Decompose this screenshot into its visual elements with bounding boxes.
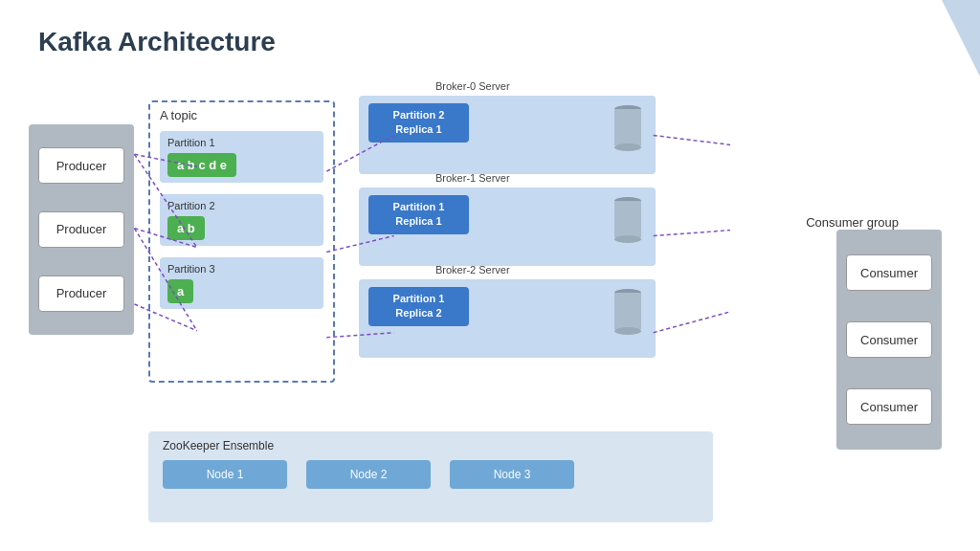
partition-1-title: Partition 1	[167, 137, 316, 148]
zookeeper-nodes: Node 1 Node 2 Node 3	[163, 460, 699, 489]
producer-2: Producer	[38, 211, 124, 248]
broker-2-cylinder	[614, 289, 641, 335]
consumer-3: Consumer	[846, 388, 932, 425]
partition-3-data: a	[167, 279, 193, 303]
consumer-1: Consumer	[846, 254, 932, 291]
partition-1-data: a b c d e	[167, 153, 236, 177]
topic-box: A topic Partition 1 a b c d e Partition …	[148, 100, 335, 383]
zookeeper-label: ZooKeeper Ensemble	[163, 439, 699, 452]
page-title: Kafka Architecture	[38, 27, 276, 57]
zk-node-1: Node 1	[163, 460, 287, 489]
broker-1-cylinder	[614, 197, 641, 243]
partition-3-title: Partition 3	[167, 263, 316, 275]
broker-1-replica: Partition 1 Replica 1	[368, 195, 469, 234]
broker-2-replica: Partition 1 Replica 2	[368, 287, 469, 326]
producer-3: Producer	[38, 276, 124, 312]
broker-0-panel: Partition 2 Replica 1	[359, 96, 656, 174]
broker-1-panel: Partition 1 Replica 1	[359, 187, 656, 266]
producer-1: Producer	[38, 147, 124, 184]
topic-label: A topic	[160, 108, 197, 122]
partition-2-block: Partition 2 a b	[160, 194, 323, 246]
brokers-area: Broker-0 Server Partition 2 Replica 1 Br…	[359, 96, 656, 371]
broker-1-label: Broker-1 Server	[435, 172, 510, 184]
broker-2-panel: Partition 1 Replica 2	[359, 279, 656, 358]
partition-2-data: a b	[167, 216, 205, 240]
diagram: Producer Producer Producer A topic Parti…	[29, 77, 961, 522]
producers-panel: Producer Producer Producer	[29, 124, 134, 335]
consumers-panel: Consumer Consumer Consumer	[836, 230, 942, 450]
zookeeper-panel: ZooKeeper Ensemble Node 1 Node 2 Node 3	[148, 431, 713, 522]
broker-0-replica: Partition 2 Replica 1	[368, 103, 469, 143]
svg-marker-0	[942, 0, 980, 77]
partition-2-title: Partition 2	[167, 200, 316, 211]
broker-2-label: Broker-2 Server	[435, 264, 510, 276]
broker-0-cylinder	[614, 105, 641, 151]
partition-area: Partition 1 a b c d e Partition 2 a b Pa…	[160, 131, 323, 320]
partition-3-block: Partition 3 a	[160, 257, 323, 309]
deco-shape	[903, 0, 980, 77]
consumer-2: Consumer	[846, 321, 932, 358]
broker-0-label: Broker-0 Server	[435, 80, 510, 92]
zk-node-3: Node 3	[450, 460, 574, 489]
consumer-group-label: Consumer group	[806, 215, 899, 230]
zk-node-2: Node 2	[306, 460, 431, 489]
partition-1-block: Partition 1 a b c d e	[160, 131, 323, 183]
